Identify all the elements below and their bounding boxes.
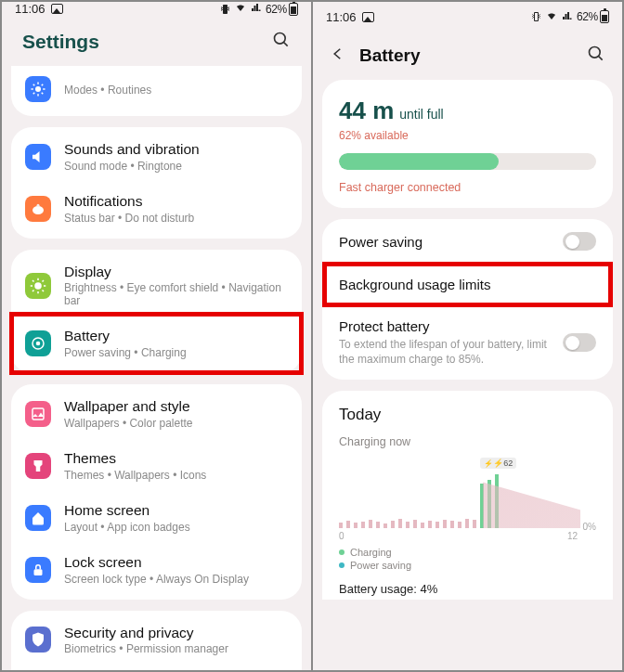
settings-row-themes[interactable]: ThemesThemes • Wallpapers • Icons [11,440,302,492]
legend-dot [339,549,344,555]
settings-row-notifications[interactable]: NotificationsStatus bar • Do not disturb [11,183,302,235]
status-bar: 11:06 62% [2,2,311,16]
vibrate-icon [219,4,231,15]
row-subtitle: Status bar • Do not disturb [64,212,288,225]
status-time: 11:06 [326,10,357,24]
search-icon[interactable] [272,31,291,53]
charge-card: 44 m until full 62% available Fast charg… [322,80,613,208]
settings-row-location[interactable]: LocationLocation requests [11,666,302,670]
row-title: Security and privacy [64,625,288,641]
row-subtitle: Biometrics • Permission manager [64,642,288,655]
settings-row-sounds-vibration[interactable]: Sounds and vibrationSound mode • Rington… [11,131,302,183]
usage-chart: ⚡62 0 12 0% [339,458,596,541]
modes-routines-icon [25,76,51,102]
axis-mid: 12 [567,531,578,541]
signal-icon [561,10,574,24]
toggle-switch[interactable] [563,232,596,251]
toggle-switch[interactable] [563,333,596,352]
row-title: Themes [64,450,288,467]
themes-icon [25,453,51,479]
projection-area [483,482,580,528]
charge-until: until full [399,107,443,122]
usage-card[interactable]: Today Charging now ⚡62 0 12 0% ChargingP… [322,391,613,600]
vibrate-icon [530,11,542,22]
row-subtitle: Modes • Routines [64,84,288,97]
option-power-saving[interactable]: Power saving [322,219,613,264]
back-icon[interactable] [330,45,346,66]
row-subtitle: Power saving • Charging [64,346,288,359]
svg-rect-8 [34,569,43,575]
settings-row-lock-screen[interactable]: Lock screenScreen lock type • Always On … [11,544,302,596]
screenshot-indicator-icon [51,4,63,14]
page-title: Settings [22,31,99,53]
settings-screen: 11:06 62% Settings Modes • RoutinesSound… [2,2,311,670]
status-battery: 62% [266,3,298,16]
sounds-vibration-icon [25,144,51,170]
option-subtext: To extend the lifespan of your battery, … [339,337,563,367]
settings-list: Modes • RoutinesSounds and vibrationSoun… [2,66,311,670]
option-label: Protect battery [339,318,563,334]
wifi-icon [234,2,247,16]
display-icon [25,273,51,299]
battery-icon [25,330,51,356]
row-title: Sounds and vibration [64,141,288,158]
option-background-usage-limits[interactable]: Background usage limits [322,264,613,305]
svg-point-0 [275,33,286,45]
notifications-icon [25,196,51,222]
row-title: Display [64,264,288,280]
peak-label: ⚡62 [480,458,516,469]
settings-row-display[interactable]: DisplayBrightness • Eye comfort shield •… [11,253,302,318]
settings-row-security-privacy[interactable]: Security and privacyBiometrics • Permiss… [11,614,302,666]
option-label: Power saving [339,234,563,250]
signal-icon [250,2,263,16]
battery-header: Battery [313,32,622,80]
status-battery: 62% [577,10,609,23]
wallpaper-style-icon [25,401,51,427]
svg-point-10 [590,47,601,58]
row-subtitle: Themes • Wallpapers • Icons [64,469,288,482]
settings-row-wallpaper-style[interactable]: Wallpaper and styleWallpapers • Color pa… [11,388,302,440]
row-subtitle: Screen lock type • Always On Display [64,573,288,586]
svg-rect-7 [32,408,44,420]
charge-time: 44 m [339,97,394,125]
charging-status: Charging now [339,435,596,448]
svg-point-1 [35,86,41,92]
svg-point-4 [34,282,42,290]
row-subtitle: Brightness • Eye comfort shield • Naviga… [64,281,288,307]
search-icon[interactable] [587,45,605,67]
lock-screen-icon [25,557,51,583]
row-title: Home screen [64,502,288,519]
settings-row-battery[interactable]: BatteryPower saving • Charging [11,317,302,369]
row-title: Battery [64,328,288,344]
axis-start: 0 [339,531,344,541]
security-privacy-icon [25,627,51,653]
option-label: Background usage limits [339,277,596,292]
page-title: Battery [359,45,574,66]
row-title: Lock screen [64,554,288,571]
status-time: 11:06 [15,2,46,16]
svg-point-2 [32,206,44,214]
row-title: Notifications [64,193,288,210]
option-protect-battery[interactable]: Protect batteryTo extend the lifespan of… [322,305,613,380]
axis-zero: 0% [583,522,596,532]
legend-label: Power saving [350,560,411,571]
battery-screen: 11:06 62% Battery 44 m until full 62% av… [311,2,622,670]
chart-legend: ChargingPower saving [339,547,596,571]
status-bar: 11:06 62% [313,2,622,32]
settings-row-home-screen[interactable]: Home screenLayout • App icon badges [11,492,302,544]
settings-header: Settings [2,16,311,66]
row-subtitle: Sound mode • Ringtone [64,160,288,173]
battery-usage-text: Battery usage: 4% [339,582,596,596]
row-title: Wallpaper and style [64,398,288,415]
wifi-icon [545,10,558,24]
settings-row-modes-routines[interactable]: Modes • Routines [11,66,302,112]
screenshot-indicator-icon [362,12,374,22]
charger-status: Fast charger connected [339,181,596,194]
progress-bar [339,153,596,170]
available-text: 62% available [339,129,596,142]
svg-point-6 [36,342,41,346]
usage-title: Today [339,406,596,424]
row-subtitle: Layout • App icon badges [64,521,288,534]
svg-point-3 [37,203,40,206]
options-card: Power savingBackground usage limitsProte… [322,219,613,380]
